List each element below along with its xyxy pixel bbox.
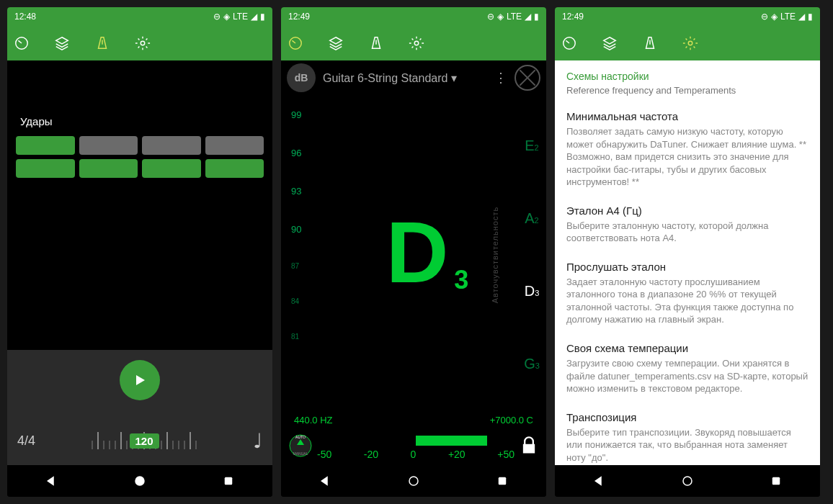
svg-rect-10 — [498, 477, 506, 485]
beat-4-bot[interactable] — [205, 159, 264, 178]
tab-metronome[interactable] — [368, 35, 385, 52]
wifi-icon: ◈ — [223, 12, 230, 22]
status-icons: ⊖ ◈ LTE ◢ ▮ — [213, 12, 265, 22]
nav-home[interactable] — [133, 474, 146, 487]
signal-icon: ◢ — [798, 12, 805, 22]
battery-icon: ▮ — [260, 12, 265, 22]
setting-min-freq[interactable]: Минимальная частота Позволяет задать сам… — [566, 110, 808, 189]
beat-3-top[interactable] — [142, 136, 201, 155]
svg-rect-3 — [224, 477, 232, 485]
section-title: Схемы настройки — [566, 71, 808, 82]
dropdown-icon: ▾ — [451, 72, 457, 84]
status-icons: ⊖◈LTE◢▮ — [761, 12, 813, 22]
cents-fill — [416, 436, 487, 446]
clock: 12:49 — [288, 12, 310, 22]
tab-settings[interactable] — [134, 35, 151, 52]
note-display[interactable]: D3 — [317, 95, 517, 415]
tab-settings[interactable] — [682, 35, 699, 52]
db-badge[interactable]: dB — [287, 63, 316, 92]
svg-point-12 — [688, 41, 692, 45]
tab-tuner-gauge[interactable] — [287, 35, 304, 52]
setting-listen-ref[interactable]: Прослушать эталон Задает эталонную часто… — [566, 261, 808, 326]
network-label: LTE — [780, 12, 796, 22]
tab-tuner-gauge[interactable] — [561, 35, 578, 52]
section-subtitle: Reference frequency and Temperaments — [566, 85, 808, 96]
svg-point-2 — [135, 477, 144, 485]
beats-label: Удары — [20, 115, 264, 127]
clock: 12:48 — [14, 12, 36, 22]
nav-back[interactable] — [318, 474, 331, 487]
signal-icon: ◢ — [251, 12, 257, 22]
nav-bar — [555, 465, 820, 497]
sensitivity-scale: 99 96 93 90 87 84 81 — [281, 95, 317, 415]
play-button[interactable] — [120, 360, 160, 400]
tab-settings[interactable] — [408, 35, 425, 52]
tuner-body: 99 96 93 90 87 84 81 D3 E2 A2 D3 G3 Авто… — [281, 95, 546, 415]
note-value-icon[interactable]: ♩ — [253, 429, 262, 453]
nav-recent[interactable] — [770, 474, 783, 487]
target-disabled-icon[interactable] — [514, 65, 540, 91]
svg-point-1 — [141, 41, 145, 45]
string-e2[interactable]: E2 — [525, 138, 538, 154]
nav-back[interactable] — [592, 474, 605, 487]
setting-a4-ref[interactable]: Эталон A4 (Гц) Выберите эталонную частот… — [566, 204, 808, 245]
status-bar: 12:49 ⊖◈LTE◢▮ — [281, 7, 546, 26]
dnd-icon: ⊖ — [761, 12, 768, 22]
tempo-row: 4/4 120 ♩ — [17, 426, 262, 455]
tab-tuner-gauge[interactable] — [13, 35, 30, 52]
beat-1-bot[interactable] — [16, 159, 75, 178]
phone-tuner: 12:49 ⊖◈LTE◢▮ dB Guitar 6-String Standar… — [281, 7, 546, 497]
nav-bar — [281, 465, 546, 497]
phone-metronome: 12:48 ⊖ ◈ LTE ◢ ▮ Удары — [7, 7, 272, 497]
dnd-icon: ⊖ — [213, 12, 220, 22]
freq-value: 440.0 HZ — [294, 415, 332, 426]
nav-recent[interactable] — [496, 474, 509, 487]
svg-text:AUTO: AUTO — [295, 435, 306, 439]
signal-icon: ◢ — [525, 12, 531, 22]
nav-back[interactable] — [45, 474, 58, 487]
beat-2-top[interactable] — [79, 136, 138, 155]
dnd-icon: ⊖ — [487, 12, 494, 22]
cents-meter[interactable]: -50 -20 0 +20 +50 — [317, 431, 514, 460]
wifi-icon: ◈ — [771, 12, 778, 22]
player-panel: 4/4 120 ♩ — [7, 350, 272, 465]
string-g3[interactable]: G3 — [524, 356, 540, 372]
nav-home[interactable] — [407, 474, 420, 487]
status-icons: ⊖◈LTE◢▮ — [487, 12, 539, 22]
time-signature[interactable]: 4/4 — [17, 433, 35, 449]
settings-content[interactable]: Схемы настройки Reference frequency and … — [555, 60, 820, 465]
setting-transposition[interactable]: Транспозиция Выберите тип транспозиции. … — [566, 411, 808, 464]
beat-2-bot[interactable] — [79, 159, 138, 178]
detected-note: D3 — [386, 202, 449, 308]
tab-layers[interactable] — [601, 35, 618, 52]
tuner-content: dB Guitar 6-String Standard ▾ ⋮ 99 96 93… — [281, 60, 546, 465]
freq-row: 440.0 HZ +7000.0 C — [281, 415, 546, 426]
beat-3-bot[interactable] — [142, 159, 201, 178]
string-d3[interactable]: D3 — [525, 283, 540, 300]
svg-point-5 — [414, 41, 419, 45]
svg-point-13 — [683, 477, 692, 485]
string-a2[interactable]: A2 — [525, 210, 538, 227]
more-menu[interactable]: ⋮ — [494, 70, 507, 86]
beat-4-top[interactable] — [205, 136, 264, 155]
clock: 12:49 — [562, 12, 584, 22]
lock-icon[interactable] — [519, 436, 539, 456]
tab-metronome[interactable] — [94, 35, 111, 52]
tab-layers[interactable] — [327, 35, 344, 52]
toolbar — [281, 26, 546, 60]
nav-home[interactable] — [681, 474, 694, 487]
tab-metronome[interactable] — [641, 35, 659, 52]
cents-value: +7000.0 C — [490, 415, 533, 426]
tuning-selector[interactable]: Guitar 6-String Standard ▾ — [323, 71, 487, 85]
beat-1-top[interactable] — [16, 136, 75, 155]
cents-bar: MANUALAUTO -50 -20 0 +20 +50 — [281, 426, 546, 465]
svg-rect-14 — [772, 477, 780, 485]
phone-settings: 12:49 ⊖◈LTE◢▮ Схемы настройки Reference … — [555, 7, 820, 497]
nav-recent[interactable] — [222, 474, 235, 487]
auto-manual-toggle[interactable]: MANUALAUTO — [288, 433, 313, 458]
tempo-slider[interactable]: 120 — [47, 426, 241, 455]
setting-custom-temperament[interactable]: Своя схема темперации Загрузите свою схе… — [566, 342, 808, 395]
metronome-content: Удары 4/4 120 ♩ — [7, 60, 272, 465]
string-list: E2 A2 D3 G3 — [517, 95, 546, 415]
tab-layers[interactable] — [53, 35, 71, 52]
